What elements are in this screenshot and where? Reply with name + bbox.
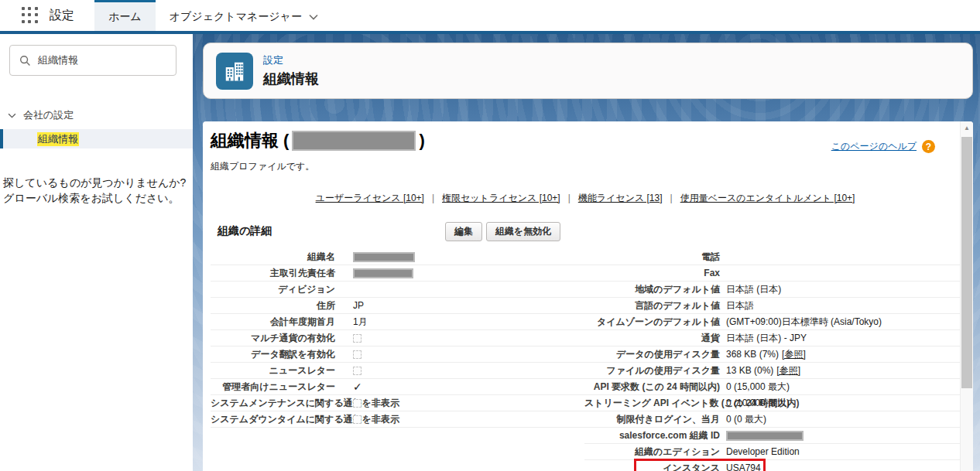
tab-home[interactable]: ホーム [94, 0, 156, 31]
field-value: Developer Edition [726, 444, 800, 459]
checkbox-checked-icon: ✓ [353, 381, 362, 392]
field-label: 住所 [211, 298, 335, 314]
field-value: 日本語 [726, 298, 754, 313]
tab-object-manager[interactable]: オブジェクトマネージャー [156, 0, 332, 31]
field-label: 言語のデフォルト値 [584, 298, 720, 314]
license-link-2[interactable]: 機能ライセンス [13] [578, 193, 663, 203]
checkbox-unchecked-icon [353, 399, 362, 408]
detail-row: 管理者向けニュースレター✓ [211, 379, 584, 395]
field-value-text: USA794 [726, 462, 761, 471]
field-label: ストリーミング API イベント数 (この 24 時間以内) [584, 395, 720, 411]
deactivate-org-button[interactable]: 組織を無効化 [486, 222, 560, 241]
detail-row: API 要求数 (この 24 時間以内)0 (15,000 最大) [584, 379, 960, 395]
sidebar-item-organization-info[interactable]: 組織情報 [0, 129, 193, 148]
detail-row: 組織のエディションDeveloper Edition [584, 444, 960, 460]
page-header-card: 設定 組織情報 [203, 43, 973, 99]
field-label: データ翻訳を有効化 [211, 346, 335, 363]
checkbox-unchecked-icon [353, 367, 362, 375]
field-label: ニュースレター [211, 363, 335, 379]
field-value-text: JP [353, 300, 364, 311]
detail-row: システムダウンタイムに関する通知を非表示 [211, 411, 584, 428]
scrollbar-thumb[interactable] [961, 137, 972, 388]
field-value: USA794 [726, 460, 761, 471]
vertical-scrollbar[interactable]: ▲ [960, 121, 973, 471]
search-icon [19, 55, 31, 67]
field-value-text: 日本語 [726, 299, 754, 312]
reference-link[interactable]: [参照] [782, 348, 806, 361]
help-area: このページのヘルプ ? [831, 140, 935, 153]
field-label: 組織名 [211, 249, 335, 265]
sidebar-not-found-hint: 探しているものが見つかりませんか? グローバル検索をお試しください。 [3, 175, 190, 206]
field-label: システムダウンタイムに関する通知を非表示 [211, 411, 335, 428]
detail-row: 言語のデフォルト値日本語 [584, 298, 960, 314]
field-value: 日本語 (日本) [726, 282, 781, 297]
field-value-text: 日本語 (日本) - JPY [726, 332, 807, 345]
detail-row: ディビジョン [211, 282, 584, 298]
detail-row: 通貨日本語 (日本) - JPY [584, 330, 960, 346]
global-setup-nav: 設定 ホーム オブジェクトマネージャー [0, 0, 980, 34]
field-value: JP [353, 298, 364, 313]
sidebar-section-company-settings[interactable]: 会社の設定 [0, 104, 193, 128]
chevron-down-icon [309, 14, 318, 20]
content-card: 組織情報 ( ) このページのヘルプ ? 組織プロファイルです。 ユーザーライセ… [203, 121, 973, 471]
detail-row: データの使用ディスク量368 KB (7%)[参照] [584, 346, 960, 363]
field-value [353, 346, 362, 362]
field-value: 0 (15,000 最大) [726, 379, 790, 394]
help-question-icon[interactable]: ? [922, 140, 935, 153]
redacted-value [353, 252, 415, 262]
detail-row: 地域のデフォルト値日本語 (日本) [584, 282, 960, 298]
not-found-line2: グローバル検索をお試しください。 [3, 190, 190, 206]
scrollbar-up-arrow[interactable]: ▲ [961, 121, 973, 135]
detail-row: salesforce.com 組織 ID [584, 428, 960, 444]
license-link-1[interactable]: 権限セットライセンス [10+] [442, 193, 560, 203]
tab-home-label: ホーム [108, 10, 142, 24]
license-link-0[interactable]: ユーザーライセンス [10+] [316, 193, 424, 203]
field-value-text: 0 (15,000 最大) [726, 381, 790, 394]
org-detail-table: 組織名主取引先責任者ディビジョン住所JP会計年度期首月1月マルチ通貨の有効化デー… [211, 249, 960, 471]
field-label: 制限付きログイン、当月 [584, 411, 720, 428]
checkbox-unchecked-icon [353, 350, 362, 359]
license-separator: | [432, 193, 434, 203]
license-separator: | [568, 193, 571, 203]
edit-button[interactable]: 編集 [445, 222, 482, 241]
field-value [353, 395, 362, 411]
tab-object-manager-label: オブジェクトマネージャー [170, 10, 302, 24]
app-launcher-icon[interactable] [22, 7, 39, 24]
field-value: 1月 [353, 314, 368, 329]
detail-row: データ翻訳を有効化 [211, 346, 584, 363]
redacted-value [353, 268, 413, 278]
detail-row: 組織名 [211, 249, 584, 265]
breadcrumb-setup: 設定 [263, 53, 319, 67]
not-found-line1: 探しているものが見つかりませんか? [3, 175, 190, 190]
field-value: 368 KB (7%)[参照] [726, 346, 806, 362]
sidebar-item-label: 組織情報 [37, 132, 79, 146]
field-label: 組織のエディション [584, 444, 720, 460]
field-label: マルチ通貨の有効化 [211, 330, 335, 346]
setup-main-area: 設定 組織情報 組織情報 ( ) このページのヘルプ ? 組織プロファイルです。… [193, 34, 980, 471]
checkbox-unchecked-icon [353, 334, 362, 343]
field-label: 地域のデフォルト値 [584, 282, 720, 298]
detail-row: システムメンテナンスに関する通知を非表示 [211, 395, 584, 411]
field-value-text: 1月 [353, 316, 368, 329]
field-label: タイムゾーンのデフォルト値 [584, 314, 720, 330]
field-value-text: 368 KB (7%) [726, 349, 779, 360]
detail-row: 制限付きログイン、当月0 (0 最大) [584, 411, 960, 428]
quick-find-input[interactable] [38, 55, 154, 67]
license-link-3[interactable]: 使用量ベースのエンタイトルメント [10+] [680, 193, 855, 203]
reference-link[interactable]: [参照] [776, 364, 800, 377]
quick-find-box[interactable] [9, 45, 176, 76]
page-title-close-paren: ) [419, 131, 424, 151]
field-label: salesforce.com 組織 ID [584, 428, 720, 444]
section-title: 組織の詳細 [218, 222, 960, 238]
field-value [353, 330, 362, 346]
field-label: インスタンス [584, 460, 720, 471]
detail-row: マルチ通貨の有効化 [211, 330, 584, 346]
help-for-this-page-link[interactable]: このページのヘルプ [831, 140, 917, 153]
setup-tabs: ホーム オブジェクトマネージャー [94, 0, 332, 31]
chevron-down-icon [8, 113, 16, 118]
detail-row: タイムゾーンのデフォルト値(GMT+09:00)日本標準時 (Asia/Toky… [584, 314, 960, 330]
field-value-text: 13 KB (0%) [726, 365, 773, 376]
field-value: 日本語 (日本) - JPY [726, 330, 807, 346]
detail-column-right: 電話Fax地域のデフォルト値日本語 (日本)言語のデフォルト値日本語タイムゾーン… [584, 249, 960, 471]
field-value: (GMT+09:00)日本標準時 (Asia/Tokyo) [726, 314, 882, 329]
